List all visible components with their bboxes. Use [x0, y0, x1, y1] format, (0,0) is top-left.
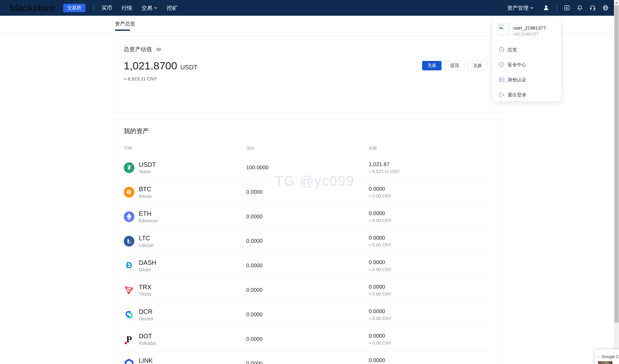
- nav-divider: [94, 5, 94, 11]
- frozen-amount: 0.0000: [246, 189, 369, 195]
- language-globe-icon[interactable]: [602, 5, 609, 11]
- balance-fiat: ≈ 0.00 CNY: [369, 291, 492, 296]
- coin-name: Ethereum: [139, 218, 158, 223]
- menu-item-overview[interactable]: 总览: [498, 42, 561, 57]
- chrome-logo-icon: [598, 354, 599, 359]
- download-app-icon[interactable]: [564, 5, 570, 11]
- nav-item-mining[interactable]: 挖矿: [167, 4, 177, 12]
- asset-row-trx: TRX TRON 0.0000 0.0000 ≈ 0.00 CNY: [124, 278, 492, 302]
- total-assets-unit: USDT: [180, 64, 197, 71]
- asset-row-usdt: ₮ USDT Tether 100.0000 1,021.87 ≈ 6,523.…: [124, 155, 492, 180]
- exchange-button[interactable]: 兑换: [468, 61, 487, 70]
- coin-symbol: DCR: [139, 308, 153, 315]
- usdt-coin-icon: ₮: [124, 162, 134, 173]
- my-assets-card: 我的资产 币种 冻结 余额 ₮ USDT Tether 100.0000 1,0…: [115, 119, 501, 364]
- dropdown-username: user_21981377: [513, 25, 546, 30]
- nav-item-trade[interactable]: 交易: [142, 4, 157, 12]
- security-shield-icon: [498, 62, 505, 68]
- asset-management-menu[interactable]: 资产管理: [507, 4, 534, 12]
- brand-logo[interactable]: blackstore: [9, 3, 55, 13]
- coin-name: Litecoin: [139, 243, 154, 248]
- coin-symbol: USDT: [139, 161, 156, 168]
- balance-fiat: ≈ 0.00 CNY: [369, 193, 492, 198]
- balance-fiat: ≈ 0.00 CNY: [369, 242, 492, 247]
- balance-fiat: ≈ 0.00 CNY: [369, 267, 492, 272]
- notifications-bell-icon[interactable]: [577, 5, 583, 11]
- btc-coin-icon: Ƀ: [124, 187, 134, 198]
- nav-exchange-button[interactable]: 交易所: [63, 4, 85, 12]
- total-assets-amount: 1,021.8700: [124, 60, 177, 72]
- coin-symbol: LTC: [139, 235, 154, 242]
- frozen-amount: 0.0000: [246, 238, 369, 244]
- asset-row-dash: Đ DASH DASH 0.0000 0.0000 ≈ 0.00 CNY: [124, 253, 492, 278]
- balance-fiat: ≈ 0.00 CNY: [369, 316, 492, 321]
- logout-icon: [498, 92, 505, 98]
- asset-row-btc: Ƀ BTC Bitcoin 0.0000 0.0000 ≈ 0.00 CNY: [124, 180, 492, 204]
- assets-table-header: 币种 冻结 余额: [124, 145, 492, 155]
- frozen-amount: 100.0000: [246, 165, 369, 171]
- nav-item-buy[interactable]: 买币: [101, 4, 112, 12]
- main-nav: 买币 行情 交易 挖矿: [101, 4, 177, 12]
- chevron-down-icon: [154, 7, 157, 9]
- balance-amount: 0.0000: [369, 235, 492, 241]
- user-avatar-icon[interactable]: [543, 5, 549, 11]
- col-header-coin: 币种: [124, 145, 246, 151]
- toggle-visibility-eye-icon[interactable]: [156, 46, 162, 52]
- dcr-coin-icon: [124, 309, 134, 320]
- menu-item-identity-verification[interactable]: 身份认证: [498, 72, 561, 87]
- eth-coin-icon: [124, 211, 134, 222]
- asset-row-link: LINK ChainLink 0.0000 0.0000 ≈ 0.00 CNY: [124, 351, 492, 364]
- balance-amount: 0.0000: [369, 259, 492, 266]
- chevron-down-icon: [530, 7, 534, 9]
- coin-cell: ETH Ethereum: [124, 210, 246, 223]
- assets-table-body: ₮ USDT Tether 100.0000 1,021.87 ≈ 6,523.…: [124, 155, 492, 364]
- coin-cell: Đ DASH DASH: [124, 259, 246, 272]
- asset-row-ltc: Ł LTC Litecoin 0.0000 0.0000 ≈ 0.00 CNY: [124, 229, 492, 253]
- tab-asset-overview[interactable]: 资产总览: [115, 16, 135, 32]
- support-headset-icon[interactable]: [589, 5, 596, 11]
- nav-item-markets[interactable]: 行情: [122, 4, 132, 12]
- withdraw-button[interactable]: 提现: [445, 61, 464, 70]
- scrollbar-up-button[interactable]: [614, 0, 619, 5]
- menu-item-security-center[interactable]: 安全中心: [498, 57, 561, 72]
- browser-scrollbar[interactable]: [614, 0, 619, 364]
- ltc-coin-icon: Ł: [124, 236, 134, 247]
- balance-amount: 0.0000: [369, 308, 492, 315]
- coin-name: DASH: [139, 267, 156, 272]
- menu-item-logout[interactable]: 退出登录: [498, 87, 561, 102]
- coin-symbol: DASH: [139, 259, 156, 266]
- coin-cell: Ƀ BTC Bitcoin: [124, 186, 246, 199]
- popup-photo-thumbnail: [598, 361, 612, 364]
- coin-cell: Ł LTC Litecoin: [124, 235, 246, 248]
- dropdown-user-header: user_21981377 UID:21981377: [498, 24, 561, 36]
- asset-row-dot: P DOT Polkadot 0.0000 0.0000 ≈ 0.00 CNY: [124, 327, 492, 351]
- coin-symbol: BTC: [139, 186, 152, 193]
- frozen-amount: 0.0000: [246, 361, 369, 364]
- balance-fiat: ≈ 0.00 CNY: [369, 218, 492, 223]
- coin-name: Decred: [139, 316, 153, 321]
- scrollbar-thumb[interactable]: [614, 5, 619, 323]
- coin-cell: TRX TRON: [124, 284, 246, 297]
- link-coin-icon: [124, 358, 134, 364]
- overview-pie-icon: [498, 46, 505, 53]
- total-assets-title: 总资产估值: [124, 46, 152, 53]
- coin-cell: LINK ChainLink: [124, 357, 246, 364]
- dropdown-uid: UID:21981377: [513, 32, 546, 36]
- frozen-amount: 0.0000: [246, 214, 369, 220]
- balance-amount: 0.0000: [369, 284, 492, 290]
- broken-avatar-image: [498, 24, 509, 35]
- balance-amount: 1,021.87: [369, 161, 492, 168]
- balance-fiat: ≈ 6,523.11 CNY: [369, 169, 492, 174]
- my-assets-title: 我的资产: [124, 127, 492, 135]
- coin-symbol: ETH: [139, 210, 158, 217]
- coin-cell: ₮ USDT Tether: [124, 161, 246, 174]
- coin-symbol: TRX: [139, 284, 151, 291]
- nav-divider: [557, 5, 557, 11]
- id-card-icon: [498, 77, 505, 83]
- total-assets-fiat: ≈ 6,523.11 CNY: [124, 76, 492, 81]
- balance-amount: 0.0000: [369, 186, 492, 192]
- frozen-amount: 0.0000: [246, 336, 369, 342]
- deposit-button[interactable]: 充值: [422, 61, 442, 70]
- frozen-amount: 0.0000: [246, 287, 369, 293]
- coin-name: Polkadot: [139, 341, 156, 346]
